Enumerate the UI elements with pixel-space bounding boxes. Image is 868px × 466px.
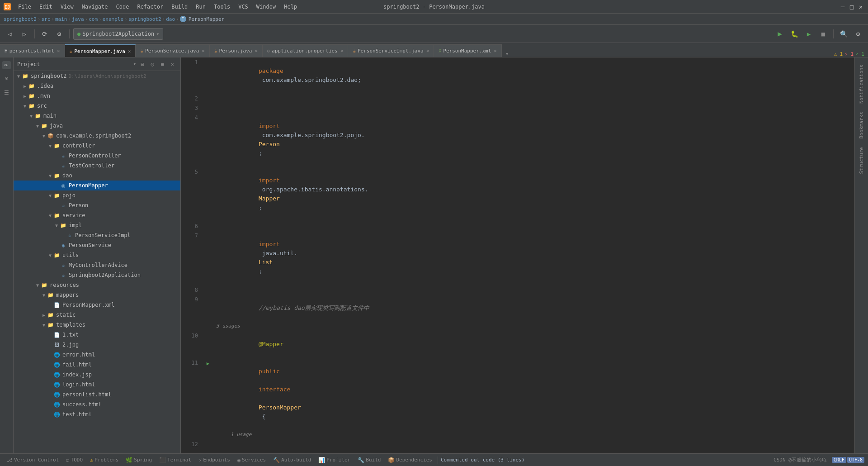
menu-edit[interactable]: Edit <box>36 3 56 11</box>
minimize-button[interactable]: ─ <box>839 3 846 10</box>
tree-node-src[interactable]: ▼ 📁 src <box>14 101 180 111</box>
tree-node-resources[interactable]: ▼ 📁 resources <box>14 280 180 290</box>
tab-application-props[interactable]: ⚙ application.properties ✕ <box>263 44 348 57</box>
tab-close-impl[interactable]: ✕ <box>426 48 429 54</box>
tabs-more-button[interactable]: ▾ <box>502 51 512 57</box>
menu-tools[interactable]: Tools <box>210 3 234 11</box>
run-config-selector[interactable]: ● Springboot2Application ▾ <box>73 28 163 40</box>
tree-node-person[interactable]: ☕ Person <box>14 200 180 210</box>
tab-close-person[interactable]: ✕ <box>255 48 258 54</box>
tree-node-mvn[interactable]: ▶ 📁 .mvn <box>14 91 180 101</box>
tab-person-mapper-java[interactable]: ☕ PersonMapper.java ✕ <box>65 44 136 57</box>
tab-close-xml[interactable]: ✕ <box>494 48 497 54</box>
tree-node-package[interactable]: ▼ 📦 com.example.springboot2 <box>14 131 180 141</box>
breadcrumb-src[interactable]: src <box>41 16 50 22</box>
status-profiler[interactable]: 📊 Profiler <box>316 454 353 466</box>
status-terminal[interactable]: ⬛ Terminal <box>156 454 194 466</box>
tree-node-mapper-xml[interactable]: 📄 PersonMapper.xml <box>14 300 180 310</box>
tree-node-mappers[interactable]: ▼ 📁 mappers <box>14 290 180 300</box>
tree-node-index-jsp[interactable]: 🌐 index.jsp <box>14 370 180 380</box>
close-button[interactable]: ✕ <box>857 3 864 10</box>
tree-node-success-html[interactable]: 🌐 success.html <box>14 399 180 409</box>
tree-node-2jpg[interactable]: 🖼 2.jpg <box>14 340 180 350</box>
tree-node-java[interactable]: ▼ 📁 java <box>14 121 180 131</box>
tree-node-person-service[interactable]: ◉ PersonService <box>14 240 180 250</box>
back-button[interactable]: ◁ <box>4 28 16 40</box>
menu-build[interactable]: Build <box>168 3 191 11</box>
tree-collapse-all[interactable]: ⊟ <box>138 60 147 69</box>
menu-view[interactable]: View <box>57 3 77 11</box>
tree-settings[interactable]: ≡ <box>158 60 167 69</box>
settings-gear-button[interactable]: ⚙ <box>852 28 864 40</box>
tree-node-templates[interactable]: ▼ 📁 templates <box>14 320 180 330</box>
tab-person-service-impl[interactable]: ☕ PersonServiceImpl.java ✕ <box>348 44 434 57</box>
menu-help[interactable]: Help <box>280 3 301 11</box>
stop-button[interactable]: ■ <box>817 28 830 40</box>
code-editor[interactable]: 1 package com.example.springboot2.dao; 2… <box>181 57 854 453</box>
settings-button[interactable]: ⚙ <box>53 28 66 40</box>
status-todo[interactable]: ☑ TODO <box>63 454 85 466</box>
status-services[interactable]: ◉ Services <box>235 454 269 466</box>
tree-node-personlist-html[interactable]: 🌐 personlist.html <box>14 390 180 399</box>
tab-close-mapper[interactable]: ✕ <box>128 48 131 54</box>
tree-node-dao[interactable]: ▼ 📁 dao <box>14 171 180 181</box>
tree-node-person-mapper[interactable]: ◉ PersonMapper <box>14 181 180 190</box>
tree-node-idea[interactable]: ▶ 📁 .idea <box>14 81 180 91</box>
structure-label[interactable]: Structure <box>857 143 866 178</box>
tree-node-login-html[interactable]: 🌐 login.html <box>14 380 180 390</box>
tab-close-html[interactable]: ✕ <box>57 48 60 54</box>
menu-refactor[interactable]: Refactor <box>133 3 167 11</box>
tree-node-static[interactable]: ▶ 📁 static <box>14 310 180 320</box>
breadcrumb-project[interactable]: springboot2 <box>4 16 37 22</box>
status-spring[interactable]: 🌿 Spring <box>123 454 155 466</box>
tree-locate-file[interactable]: ◎ <box>148 60 157 69</box>
tree-node-app[interactable]: ☕ Springboot2Application <box>14 270 180 280</box>
tree-hide[interactable]: ✕ <box>168 60 177 69</box>
tree-node-service-impl[interactable]: ☕ PersonServiceImpl <box>14 230 180 240</box>
menu-navigate[interactable]: Navigate <box>78 3 112 11</box>
tree-node-advice[interactable]: ☕ MyControllerAdvice <box>14 260 180 270</box>
status-endpoints[interactable]: ⚡ Endpoints <box>196 454 233 466</box>
status-auto-build[interactable]: 🔨 Auto-build <box>270 454 314 466</box>
tree-node-1txt[interactable]: 📄 1.txt <box>14 330 180 340</box>
tab-close-props[interactable]: ✕ <box>340 48 344 54</box>
menu-window[interactable]: Window <box>253 3 279 11</box>
breadcrumb-dao[interactable]: dao <box>166 16 175 22</box>
status-build[interactable]: 🔧 Build <box>355 454 383 466</box>
search-everywhere-button[interactable]: 🔍 <box>837 28 850 40</box>
tree-node-error-html[interactable]: 🌐 error.html <box>14 350 180 360</box>
status-problems[interactable]: ⚠ Problems <box>87 454 121 466</box>
status-version-control[interactable]: ⎇ Version Control <box>4 454 61 466</box>
tree-node-pojo[interactable]: ▼ 📁 pojo <box>14 190 180 200</box>
tree-node-utils[interactable]: ▼ 📁 utils <box>14 250 180 260</box>
tab-close-service[interactable]: ✕ <box>202 48 205 54</box>
tab-person-mapper-xml[interactable]: X PersonMapper.xml ✕ <box>434 44 502 57</box>
project-icon[interactable]: P <box>2 61 11 69</box>
commit-icon[interactable]: ⊙ <box>1 73 12 84</box>
tree-node-fail-html[interactable]: 🌐 fail.html <box>14 360 180 370</box>
run-coverage-button[interactable]: ▶ <box>802 28 815 40</box>
menu-file[interactable]: File <box>14 3 35 11</box>
menu-code[interactable]: Code <box>113 3 133 11</box>
debug-button[interactable]: 🐛 <box>788 28 801 40</box>
tree-node-service[interactable]: ▼ 📁 service <box>14 210 180 220</box>
menu-run[interactable]: Run <box>192 3 209 11</box>
breadcrumb-example[interactable]: example <box>103 16 123 22</box>
tree-node-impl[interactable]: ▼ 📁 impl <box>14 220 180 230</box>
tree-node-person-controller[interactable]: ☕ PersonController <box>14 151 180 161</box>
tree-content[interactable]: ▼ 📁 springboot2 D:\Users\Admin\springboo… <box>14 71 180 453</box>
notifications-label[interactable]: Notifications <box>857 61 866 107</box>
tree-node-controller[interactable]: ▼ 📁 controller <box>14 141 180 151</box>
tree-node-test-html[interactable]: 🌐 test.html <box>14 409 180 419</box>
breadcrumb-com[interactable]: com <box>89 16 98 22</box>
breadcrumb-springboot2[interactable]: springboot2 <box>128 16 161 22</box>
tab-personlist-html[interactable]: H personlist.html ✕ <box>0 44 65 57</box>
tree-dropdown[interactable]: ▾ <box>133 61 136 67</box>
run-gutter-icon[interactable]: ▶ <box>207 361 210 366</box>
status-dependencies[interactable]: 📦 Dependencies <box>385 454 434 466</box>
tree-node-root[interactable]: ▼ 📁 springboot2 D:\Users\Admin\springboo… <box>14 71 180 81</box>
menu-vcs[interactable]: VCS <box>235 3 252 11</box>
maximize-button[interactable]: □ <box>848 3 855 10</box>
run-button[interactable]: ▶ <box>774 28 786 40</box>
tree-node-test-controller[interactable]: ☕ TestController <box>14 161 180 171</box>
